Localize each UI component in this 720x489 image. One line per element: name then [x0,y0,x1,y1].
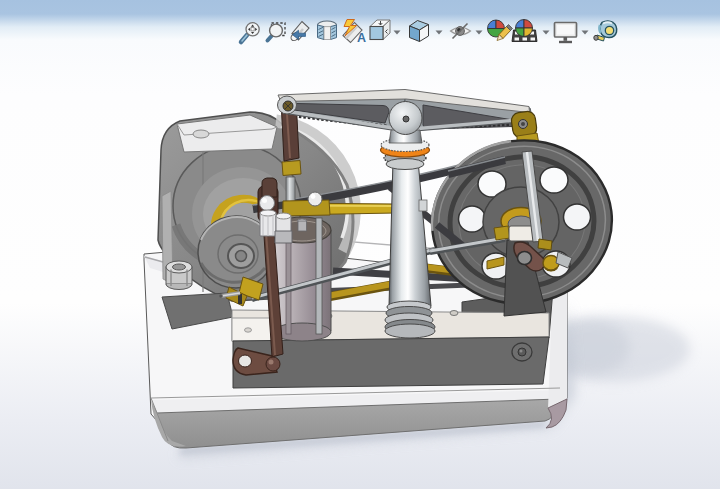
svg-text:A: A [357,31,366,45]
